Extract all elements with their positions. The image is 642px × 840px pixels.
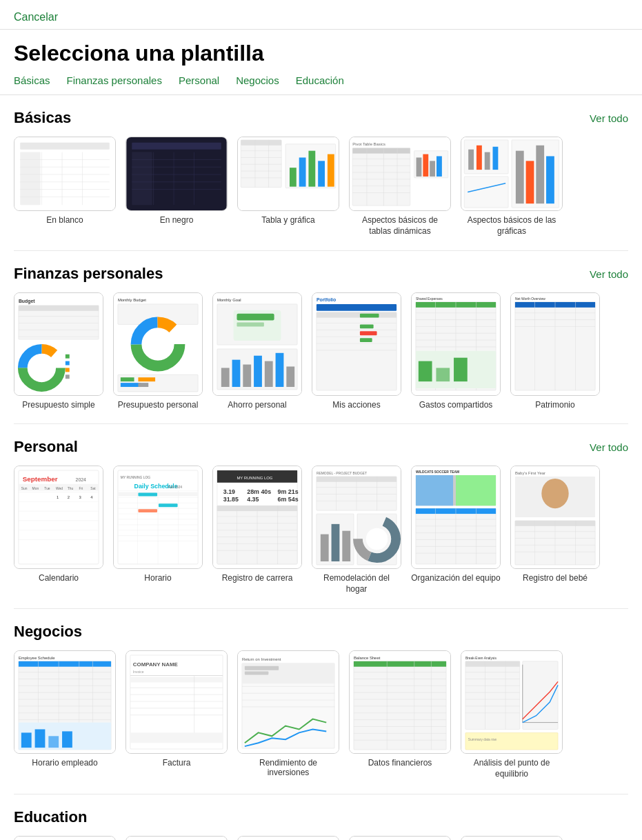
svg-rect-287 bbox=[62, 732, 72, 748]
svg-rect-103 bbox=[237, 314, 274, 321]
svg-point-82 bbox=[31, 357, 53, 379]
thumb-running: MY RUNNING LOG MY RUNNING LOG 3.19 28m 4… bbox=[212, 466, 302, 569]
svg-text:Baby's First Year: Baby's First Year bbox=[515, 471, 545, 475]
section-header-finanzas: Finanzas personales Ver todo bbox=[14, 265, 628, 283]
template-breakeven[interactable]: Break-Even Analysis bbox=[461, 650, 563, 779]
template-gastos[interactable]: Shared Expenses bbox=[411, 292, 501, 410]
thumb-en-negro bbox=[126, 137, 228, 211]
template-attendance[interactable]: Attendance Sheet — October 2024 Att bbox=[14, 836, 116, 840]
svg-rect-54 bbox=[417, 157, 422, 176]
nav-personal[interactable]: Personal bbox=[179, 74, 219, 86]
label-baby: Registro del bebé bbox=[523, 573, 588, 583]
cancel-button[interactable]: Cancelar bbox=[14, 11, 58, 23]
thumb-pivot-table: Pivot Table Basics bbox=[349, 137, 451, 211]
svg-text:Sun: Sun bbox=[21, 487, 28, 490]
svg-rect-37 bbox=[308, 151, 315, 187]
svg-rect-107 bbox=[232, 360, 241, 387]
thumb-remodel: REMODEL - PROJECT BUDGET bbox=[312, 466, 401, 569]
template-presupuesto-simple[interactable]: Budget bbox=[14, 292, 103, 410]
svg-rect-86 bbox=[66, 374, 70, 379]
template-baby[interactable]: Baby's First Year Registro del bebé bbox=[510, 466, 600, 594]
thumb-acciones: Portfolio bbox=[312, 292, 401, 396]
nav-basicas[interactable]: Básicas bbox=[14, 74, 50, 86]
svg-text:Fall 2024: Fall 2024 bbox=[168, 486, 182, 489]
section-title-education: Education bbox=[14, 808, 87, 826]
template-quiz[interactable]: Quiz Scheduler Quiz Scheduler bbox=[237, 836, 339, 840]
basicas-templates-row: En blanco En negro bbox=[14, 137, 628, 243]
svg-text:REMODEL - PROJECT BUDGET: REMODEL - PROJECT BUDGET bbox=[317, 472, 367, 475]
svg-rect-64 bbox=[464, 177, 508, 208]
svg-text:Break-Even Analysis: Break-Even Analysis bbox=[465, 657, 497, 660]
template-investment[interactable]: Return on Investment Rendimiento de inve… bbox=[237, 650, 339, 779]
svg-rect-62 bbox=[485, 152, 490, 170]
template-horario[interactable]: MY RUNNING LOG Daily Schedule Fall 2024 bbox=[113, 466, 203, 594]
label-employee-schedule: Horario empleado bbox=[32, 758, 97, 768]
template-remodel[interactable]: REMODEL - PROJECT BUDGET bbox=[312, 466, 401, 594]
svg-rect-111 bbox=[276, 353, 284, 387]
svg-text:Mon: Mon bbox=[32, 487, 39, 490]
template-acciones[interactable]: Portfolio Mis acciones bbox=[312, 292, 401, 410]
template-en-negro[interactable]: En negro bbox=[126, 137, 228, 237]
template-devman[interactable]: DevMan (Academy) Cal DevMan (Academy) Ca… bbox=[349, 836, 451, 840]
label-team: Organización del equipo bbox=[411, 573, 500, 584]
svg-rect-96 bbox=[121, 383, 141, 387]
template-ahorro[interactable]: Monthly Goal Ahorro pers bbox=[212, 292, 302, 410]
template-pivot-table[interactable]: Pivot Table Basics bbox=[349, 137, 451, 237]
svg-rect-305 bbox=[245, 666, 279, 670]
ver-todo-basicas[interactable]: Ver todo bbox=[590, 112, 628, 124]
template-gradebook[interactable]: Grade Book — 3rd Period English Grade Bo… bbox=[126, 836, 228, 840]
template-correlation[interactable]: Correlation Project Correlation Pro bbox=[461, 836, 563, 840]
svg-rect-231 bbox=[321, 534, 329, 561]
page-title: Selecciona una plantilla bbox=[0, 30, 642, 72]
label-ahorro: Ahorro personal bbox=[228, 400, 286, 410]
svg-text:Portfolio: Portfolio bbox=[317, 297, 336, 302]
svg-text:Tue: Tue bbox=[44, 487, 50, 490]
section-header-personal: Personal Ver todo bbox=[14, 438, 628, 456]
template-chart-basics[interactable]: Aspectos básicos de las gráficas bbox=[461, 137, 563, 237]
svg-text:Thu: Thu bbox=[68, 487, 74, 490]
svg-text:Sat: Sat bbox=[90, 487, 96, 490]
thumb-ahorro: Monthly Goal bbox=[212, 292, 302, 396]
nav-negocios[interactable]: Negocios bbox=[236, 74, 279, 86]
svg-rect-2 bbox=[20, 152, 40, 206]
svg-text:Return on Investment: Return on Investment bbox=[242, 657, 281, 661]
svg-rect-38 bbox=[318, 161, 325, 186]
svg-text:9m 21s: 9m 21s bbox=[278, 488, 299, 495]
svg-text:1: 1 bbox=[57, 496, 59, 500]
thumb-gradebook: Grade Book — 3rd Period English bbox=[126, 836, 228, 840]
svg-rect-117 bbox=[317, 312, 397, 318]
template-factura[interactable]: COMPANY NAME Invoice Factura bbox=[126, 650, 228, 779]
template-running[interactable]: MY RUNNING LOG MY RUNNING LOG 3.19 28m 4… bbox=[212, 466, 302, 594]
template-patrimonio[interactable]: Net Worth Overview Patrimonio bbox=[510, 292, 600, 410]
template-en-blanco[interactable]: En blanco bbox=[14, 137, 116, 237]
ver-todo-finanzas[interactable]: Ver todo bbox=[590, 268, 628, 280]
svg-rect-26 bbox=[241, 140, 281, 146]
thumb-correlation: Correlation Project bbox=[461, 836, 563, 840]
thumb-horario: MY RUNNING LOG Daily Schedule Fall 2024 bbox=[113, 466, 203, 569]
top-bar: Cancelar bbox=[0, 0, 642, 30]
template-calendario[interactable]: September 2024 Sun Mon Tue Wed Thu Fri S… bbox=[14, 466, 103, 594]
svg-text:MY RUNNING LOG: MY RUNNING LOG bbox=[237, 476, 272, 480]
label-chart-basics: Aspectos básicos de las gráficas bbox=[467, 215, 556, 237]
template-employee-schedule[interactable]: Employee Schedule bbox=[14, 650, 116, 779]
svg-rect-126 bbox=[360, 338, 372, 342]
label-presupuesto-personal: Presupuesto personal bbox=[118, 400, 199, 410]
svg-rect-362 bbox=[126, 837, 226, 840]
svg-rect-97 bbox=[138, 377, 155, 381]
template-team[interactable]: WILDCATS SOCCER TEAM bbox=[411, 466, 501, 594]
template-presupuesto-personal[interactable]: Monthly Budget Presupuesto personal bbox=[113, 292, 203, 410]
nav-finanzas[interactable]: Finanzas personales bbox=[67, 74, 162, 86]
svg-rect-36 bbox=[299, 157, 306, 186]
svg-text:Monthly Budget: Monthly Budget bbox=[118, 298, 146, 302]
template-financial[interactable]: Balance Sheet bbox=[349, 650, 451, 779]
svg-text:28m 40s: 28m 40s bbox=[247, 488, 271, 495]
ver-todo-personal[interactable]: Ver todo bbox=[590, 441, 628, 453]
svg-text:4.35: 4.35 bbox=[247, 497, 259, 503]
svg-rect-104 bbox=[237, 323, 263, 327]
label-calendario: Calendario bbox=[39, 573, 79, 583]
svg-text:COMPANY NAME: COMPANY NAME bbox=[133, 661, 178, 668]
svg-rect-125 bbox=[360, 331, 377, 335]
svg-text:Net Worth Overview: Net Worth Overview bbox=[515, 297, 545, 301]
template-tabla-grafica[interactable]: Tabla y gráfica bbox=[237, 137, 339, 237]
nav-educacion[interactable]: Educación bbox=[296, 74, 344, 86]
